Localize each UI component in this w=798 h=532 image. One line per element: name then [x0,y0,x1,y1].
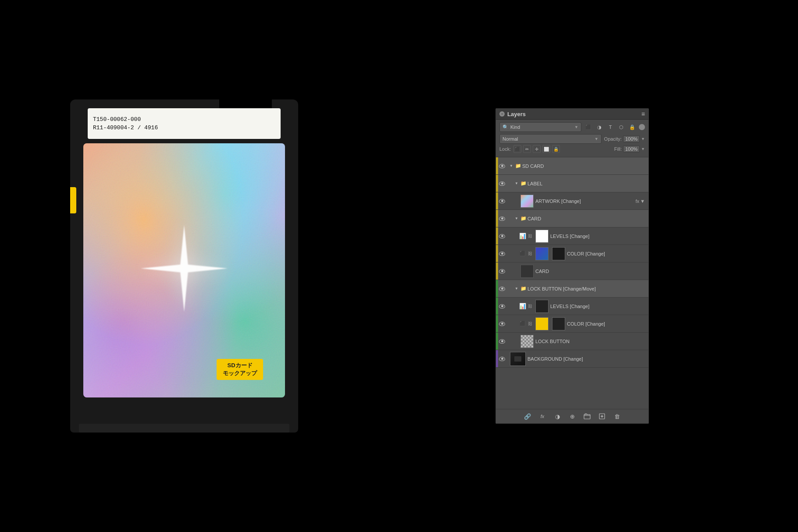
eye-icon [499,287,505,291]
layer-visibility-toggle[interactable] [498,267,506,276]
sd-card-mockup: T150-00062-000 R11-409004-2 / 4916 [70,99,298,433]
layer-row[interactable]: CARD [496,262,648,280]
layer-row[interactable]: BACKGROUND [Change] [496,350,648,368]
layer-thumbnail [520,265,534,278]
opacity-value[interactable]: 100% [623,135,640,142]
new-adjustment-icon[interactable]: ⊕ [567,411,577,421]
opacity-group: Opacity: 100% ▼ [604,135,645,142]
layer-mask-thumbnail [552,247,565,260]
new-group-icon[interactable] [582,411,592,421]
layer-row[interactable]: ▼ 📁 LABEL [496,175,648,192]
star-shape [136,220,232,317]
blend-mode-select[interactable]: Normal ▼ [499,134,602,144]
layer-visibility-toggle[interactable] [498,214,506,223]
layer-row[interactable]: ▼ 📁 CARD [496,210,648,227]
layer-row[interactable]: LOCK BUTTON [496,333,648,350]
new-layer-icon[interactable] [597,411,607,421]
sd-badge: SDカード モックアップ [217,359,263,380]
layer-thumbnail [535,317,549,330]
sd-card-label: T150-00062-000 R11-409004-2 / 4916 [88,108,281,139]
lock-all-icon[interactable]: 🔒 [552,145,560,153]
lock-label: Lock: [499,146,511,152]
layer-expand-toggle[interactable]: ▼ [513,181,520,187]
layer-visibility-toggle[interactable] [498,302,506,311]
layer-color-strip [496,157,498,174]
pixel-filter-icon[interactable]: ⬛ [584,123,593,131]
folder-icon: 📁 [520,180,527,188]
layer-color-strip [496,210,498,227]
sd-card-body: T150-00062-000 R11-409004-2 / 4916 [70,99,298,433]
layer-visibility-toggle[interactable] [498,355,506,363]
layer-visibility-toggle[interactable] [498,179,506,188]
lock-position-icon[interactable]: ✛ [533,145,541,153]
layer-link-icon: ⛓ [527,321,534,326]
layers-panel: ✕ Layers ≡ 🔍 Kind ▼ ⬛ ◑ T ⬡ 🔒 [495,108,649,424]
layer-row[interactable]: ▼ 📁 LOCK BUTTON [Change/Move] [496,280,648,298]
layer-row[interactable]: 📊 ⛓ LEVELS [Change] [496,227,648,245]
fill-arrow: ▼ [641,147,645,151]
layer-expand-toggle[interactable]: ▼ [513,286,520,292]
layer-name: LEVELS [Change] [550,304,647,309]
layer-row[interactable]: ▼ 📁 SD CARD [496,157,648,175]
layer-visibility-toggle[interactable] [498,232,506,241]
lock-artboard-icon[interactable]: ⬜ [542,145,550,153]
layer-name: SD CARD [522,163,647,169]
sd-lock-slot [70,187,76,213]
fill-value[interactable]: 100% [623,145,640,153]
eye-icon [499,181,505,186]
panel-menu-icon[interactable]: ≡ [641,110,645,117]
sd-badge-text: SDカード モックアップ [223,362,257,377]
smart-object-icon: ⬛ [519,320,527,328]
layer-fx-badge: fx ▼ [636,199,645,204]
add-mask-icon[interactable]: ◑ [552,411,562,421]
folder-icon: 📁 [520,215,527,223]
layer-color-strip [496,298,498,315]
text-filter-icon[interactable]: T [606,123,615,131]
panel-title: Layers [507,111,526,117]
layer-expand-toggle[interactable]: ▼ [513,216,520,222]
blend-mode-label: Normal [502,136,518,142]
layer-link-icon: ⛓ [527,304,534,309]
adjustment-filter-icon[interactable]: ◑ [595,123,604,131]
layer-visibility-toggle[interactable] [498,319,506,328]
layer-row[interactable]: ⬛ ⛓ COLOR [Change] [496,245,648,262]
filter-toggle[interactable] [639,124,645,130]
panel-footer: 🔗 fx ◑ ⊕ 🗑 [496,409,648,423]
folder-icon: 📁 [514,162,522,170]
eye-icon [499,357,505,361]
layer-visibility-toggle[interactable] [498,284,506,293]
layer-color-strip [496,227,498,245]
layer-row[interactable]: 📊 ⛓ LEVELS [Change] [496,298,648,315]
eye-icon [499,252,505,256]
fx-arrow: ▼ [640,199,645,204]
sd-card-label-text: T150-00062-000 R11-409004-2 / 4916 [93,115,158,132]
layer-visibility-toggle[interactable] [498,197,506,206]
opacity-arrow: ▼ [641,137,645,141]
search-icon: 🔍 [502,124,509,130]
layer-visibility-toggle[interactable] [498,249,506,258]
layer-name: LOCK BUTTON [535,339,647,344]
link-layers-icon[interactable]: 🔗 [523,411,532,421]
shape-filter-icon[interactable]: ⬡ [617,123,626,131]
panel-close-button[interactable]: ✕ [499,111,505,117]
layer-visibility-toggle[interactable] [498,337,506,346]
histogram-icon: 📊 [519,302,527,310]
layer-thumbnail [520,195,534,208]
delete-layer-icon[interactable]: 🗑 [612,411,622,421]
lock-pixels-icon[interactable]: ⬛ [513,145,521,153]
kind-label: Kind [510,124,573,130]
eye-icon [499,339,505,344]
add-layer-style-icon[interactable]: fx [538,411,547,421]
layer-color-strip [496,262,498,280]
smart-filter-icon[interactable]: 🔒 [628,123,637,131]
layer-color-strip [496,280,498,297]
layer-visibility-toggle[interactable] [498,162,506,170]
layer-row[interactable]: ARTWORK [Change] fx ▼ [496,192,648,210]
layer-row[interactable]: ⬛ ⛓ COLOR [Change] [496,315,648,333]
lock-paint-icon[interactable]: ✏ [523,145,531,153]
eye-icon [499,269,505,273]
kind-select[interactable]: 🔍 Kind ▼ [499,122,581,132]
layer-name: COLOR [Change] [567,321,647,326]
layer-expand-toggle[interactable]: ▼ [508,163,514,169]
eye-icon [499,234,505,238]
